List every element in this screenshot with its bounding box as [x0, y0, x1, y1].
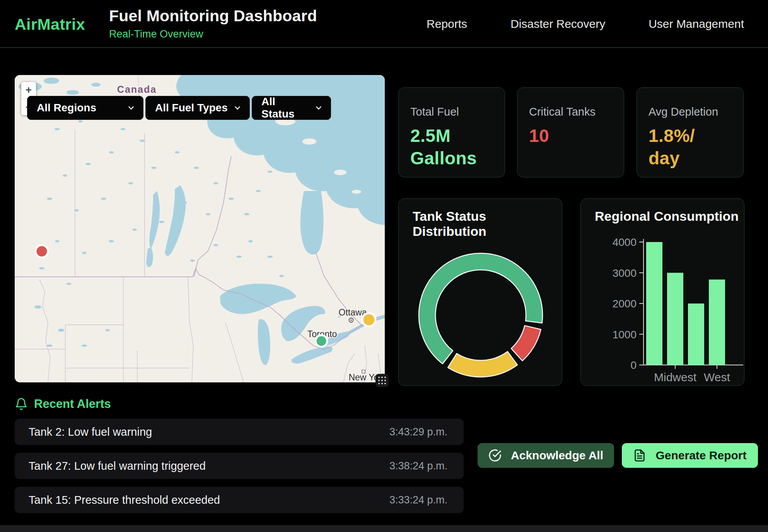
stat-label: Total Fuel [410, 106, 505, 118]
map-canvas[interactable]: Canada Ottawa Toronto New York [15, 75, 385, 382]
bell-icon [15, 397, 28, 411]
recent-alerts-title: Recent Alerts [34, 397, 111, 411]
svg-text:0: 0 [630, 359, 637, 371]
nav-disaster-recovery[interactable]: Disaster Recovery [510, 17, 605, 31]
svg-text:3000: 3000 [613, 267, 637, 279]
app-logo: AirMatrix [15, 15, 85, 34]
chevron-down-icon [314, 104, 323, 112]
chart-title: Regional Consumption [595, 209, 739, 224]
alert-row-tank-2[interactable]: Tank 2: Low fuel warning 3:43:29 p.m. [15, 419, 464, 445]
stat-value: 2.5M Gallons [410, 124, 505, 169]
map-marker-yellow[interactable] [362, 313, 375, 326]
alert-row-tank-27[interactable]: Tank 27: Low fuel warning triggered 3:38… [15, 453, 464, 479]
chevron-down-icon [127, 104, 135, 112]
svg-text:4000: 4000 [613, 236, 637, 248]
regional-consumption-bar-chart: 01000200030004000MidwestWest [581, 199, 745, 386]
stat-value: 1.8%/ day [649, 124, 743, 169]
stat-label: Avg Depletion [649, 106, 743, 118]
status-filter-value: All Status [261, 95, 309, 120]
region-filter-dropdown[interactable]: All Regions [27, 96, 143, 120]
alert-timestamp: 3:33:24 p.m. [389, 494, 447, 506]
alert-timestamp: 3:38:24 p.m. [389, 460, 447, 472]
svg-text:2000: 2000 [613, 298, 637, 310]
title-block: Fuel Monitoring Dashboard Real-Time Over… [109, 7, 317, 40]
alert-timestamp: 3:43:29 p.m. [389, 426, 447, 438]
recent-alerts-header: Recent Alerts [15, 397, 111, 411]
map-card: Canada Ottawa Toronto New York + − All R… [15, 75, 385, 382]
nav-reports[interactable]: Reports [427, 17, 467, 31]
regional-consumption-chart-card: 01000200030004000MidwestWest Regional Co… [580, 198, 744, 386]
alert-message: Tank 2: Low fuel warning [29, 426, 152, 438]
page-title: Fuel Monitoring Dashboard [109, 7, 317, 25]
alert-message: Tank 27: Low fuel warning triggered [29, 460, 206, 472]
document-icon [633, 449, 646, 462]
acknowledge-all-button[interactable]: Acknowledge All [478, 443, 614, 468]
stat-card-total-fuel: Total Fuel 2.5M Gallons [398, 87, 505, 177]
map-resize-handle[interactable] [375, 374, 389, 387]
bottom-bar [0, 525, 768, 532]
map-label-canada: Canada [117, 84, 157, 95]
chart-title: Tank Status Distribution [413, 209, 562, 239]
status-filter-dropdown[interactable]: All Status [252, 96, 331, 120]
top-header: AirMatrix Fuel Monitoring Dashboard Real… [0, 0, 768, 48]
page-subtitle: Real-Time Overview [109, 28, 317, 40]
top-nav: Reports Disaster Recovery User Managemen… [427, 0, 744, 48]
svg-text:Midwest: Midwest [654, 371, 697, 384]
stat-value: 10 [529, 124, 624, 147]
region-filter-value: All Regions [37, 102, 96, 114]
stat-label: Critical Tanks [529, 106, 624, 118]
check-circle-icon [488, 449, 502, 462]
map-filters: All Regions All Fuel Types All Status [27, 96, 331, 120]
map-marker-red[interactable] [36, 245, 48, 257]
alert-message: Tank 15: Pressure threshold exceeded [29, 494, 220, 506]
fuel-type-filter-dropdown[interactable]: All Fuel Types [145, 96, 250, 120]
tank-status-chart-card: Tank Status Distribution [398, 198, 562, 386]
stat-card-avg-depletion: Avg Depletion 1.8%/ day [637, 87, 744, 177]
generate-report-button[interactable]: Generate Report [622, 443, 758, 468]
svg-text:1000: 1000 [613, 329, 637, 341]
stat-card-critical-tanks: Critical Tanks 10 [517, 87, 624, 177]
nav-user-management[interactable]: User Management [649, 17, 744, 31]
alert-row-tank-15[interactable]: Tank 15: Pressure threshold exceeded 3:3… [15, 487, 464, 513]
chevron-down-icon [233, 104, 242, 112]
fuel-type-filter-value: All Fuel Types [155, 102, 228, 114]
map-marker-green[interactable] [316, 335, 327, 347]
svg-text:West: West [704, 371, 730, 384]
